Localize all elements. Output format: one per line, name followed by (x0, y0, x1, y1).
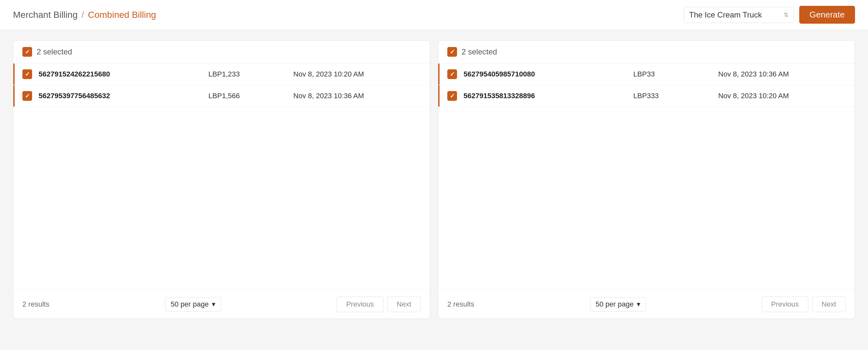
header: Merchant Billing / Combined Billing The … (0, 0, 868, 30)
breadcrumb-current: Combined Billing (88, 10, 156, 20)
generate-button[interactable]: Generate (799, 6, 855, 24)
breadcrumb-separator: / (82, 10, 84, 20)
right-per-page-chevron: ▾ (637, 300, 640, 309)
breadcrumb-parent: Merchant Billing (13, 10, 78, 20)
left-row-1-checked[interactable] (22, 69, 32, 79)
right-selected-count: 2 selected (462, 47, 497, 57)
table-row: 562791535813328896 LBP333 Nov 8, 2023 10… (438, 85, 855, 107)
right-row-2-checked[interactable] (447, 91, 457, 101)
right-row-2-date: Nov 8, 2023 10:20 AM (718, 92, 846, 100)
right-row-1-checkbox[interactable] (447, 69, 457, 79)
right-previous-button[interactable]: Previous (762, 296, 808, 312)
left-per-page-select[interactable]: 50 per page ▾ (165, 297, 221, 311)
table-row: 562795405985710080 LBP33 Nov 8, 2023 10:… (438, 64, 855, 85)
left-per-page-label: 50 per page (170, 300, 209, 309)
merchant-select[interactable]: The Ice Cream Truck ⇅ (684, 7, 794, 23)
left-row-2-checked[interactable] (22, 91, 32, 101)
right-row-1-checked[interactable] (447, 69, 457, 79)
right-results-count: 2 results (447, 300, 474, 309)
left-results-count: 2 results (22, 300, 49, 309)
right-row-2-checkbox[interactable] (447, 91, 457, 101)
left-row-1-checkbox[interactable] (22, 69, 32, 79)
right-per-page-label: 50 per page (595, 300, 633, 309)
left-row-2-id: 562795397756485632 (39, 92, 209, 100)
right-row-1-id: 562795405985710080 (464, 70, 633, 78)
left-select-all-checked[interactable] (22, 47, 32, 57)
left-panel: 2 selected 562791524262215680 LBP1,233 N… (13, 40, 430, 319)
right-panel-header: 2 selected (438, 40, 855, 64)
right-next-button[interactable]: Next (812, 296, 846, 312)
left-previous-button[interactable]: Previous (337, 296, 383, 312)
right-row-1-date: Nov 8, 2023 10:36 AM (718, 70, 846, 78)
left-pagination: Previous Next (337, 296, 421, 312)
left-table-body: 562791524262215680 LBP1,233 Nov 8, 2023 … (13, 64, 430, 290)
left-selected-count: 2 selected (37, 47, 72, 57)
breadcrumb: Merchant Billing / Combined Billing (13, 10, 156, 20)
right-row-2-id: 562791535813328896 (464, 92, 633, 100)
right-select-all-checkbox[interactable] (447, 47, 457, 57)
right-panel: 2 selected 562795405985710080 LBP33 Nov … (438, 40, 855, 319)
right-per-page-select[interactable]: 50 per page ▾ (590, 297, 646, 311)
left-row-1-date: Nov 8, 2023 10:20 AM (293, 70, 421, 78)
left-next-button[interactable]: Next (387, 296, 421, 312)
right-table-body: 562795405985710080 LBP33 Nov 8, 2023 10:… (438, 64, 855, 290)
left-row-1-lbp: LBP1,233 (209, 70, 293, 78)
left-row-2-checkbox[interactable] (22, 91, 32, 101)
table-row: 562791524262215680 LBP1,233 Nov 8, 2023 … (13, 64, 430, 85)
right-pagination: Previous Next (762, 296, 846, 312)
right-row-1-lbp: LBP33 (633, 70, 718, 78)
left-row-2-date: Nov 8, 2023 10:36 AM (293, 92, 421, 100)
right-row-2-lbp: LBP333 (633, 92, 718, 100)
left-panel-footer: 2 results 50 per page ▾ Previous Next (13, 290, 430, 319)
table-row: 562795397756485632 LBP1,566 Nov 8, 2023 … (13, 85, 430, 107)
right-select-all-checked[interactable] (447, 47, 457, 57)
merchant-select-value: The Ice Cream Truck (689, 10, 780, 20)
chevron-up-down-icon: ⇅ (784, 11, 788, 19)
main-content: 2 selected 562791524262215680 LBP1,233 N… (0, 30, 868, 329)
left-select-all-checkbox[interactable] (22, 47, 32, 57)
left-panel-header: 2 selected (13, 40, 430, 64)
left-row-1-id: 562791524262215680 (39, 70, 209, 78)
right-panel-footer: 2 results 50 per page ▾ Previous Next (438, 290, 855, 319)
header-right: The Ice Cream Truck ⇅ Generate (684, 6, 855, 24)
left-row-2-lbp: LBP1,566 (209, 92, 293, 100)
left-per-page-chevron: ▾ (212, 300, 215, 309)
